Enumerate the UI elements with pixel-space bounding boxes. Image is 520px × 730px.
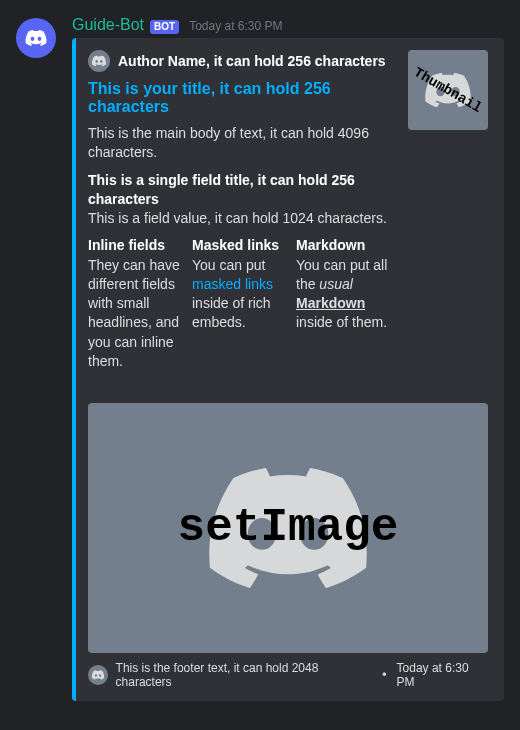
embed-footer: This is the footer text, it can hold 204… xyxy=(88,661,488,689)
inline-field: Markdown You can put all the usual Markd… xyxy=(296,236,392,371)
field-title: This is a single field title, it can hol… xyxy=(88,171,392,210)
author-icon xyxy=(88,50,110,72)
embed-description: This is the main body of text, it can ho… xyxy=(88,124,392,163)
message-timestamp: Today at 6:30 PM xyxy=(189,19,282,33)
field-value: You can put all the usual Markdown insid… xyxy=(296,256,392,333)
bot-avatar[interactable] xyxy=(16,18,56,58)
field-title: Markdown xyxy=(296,236,392,255)
embed-image[interactable]: setImage xyxy=(88,403,488,653)
bold-underline-text: Markdown xyxy=(296,295,365,311)
inline-fields-row: Inline fields They can have different fi… xyxy=(88,236,392,379)
discord-message: Guide-Bot BOT Today at 6:30 PM Author Na… xyxy=(16,16,504,701)
bot-tag: BOT xyxy=(150,20,179,34)
field-title: Inline fields xyxy=(88,236,184,255)
footer-timestamp: Today at 6:30 PM xyxy=(397,661,488,689)
inline-field: Masked links You can put masked links in… xyxy=(192,236,288,371)
username[interactable]: Guide-Bot xyxy=(72,16,144,34)
embed-title[interactable]: This is your title, it can hold 256 char… xyxy=(88,80,392,116)
embed-top-row: Author Name, it can hold 256 characters … xyxy=(88,50,488,387)
footer-icon xyxy=(88,665,108,685)
inline-field: Inline fields They can have different fi… xyxy=(88,236,184,371)
discord-logo-icon xyxy=(91,53,107,69)
embed-thumbnail[interactable]: Thumbnail xyxy=(408,50,488,130)
message-body: Guide-Bot BOT Today at 6:30 PM Author Na… xyxy=(72,16,504,701)
field-value: You can put masked links inside of rich … xyxy=(192,256,288,333)
italic-text: usual xyxy=(319,276,352,292)
message-header: Guide-Bot BOT Today at 6:30 PM xyxy=(72,16,504,34)
footer-text: This is the footer text, it can hold 204… xyxy=(116,661,373,689)
embed-author: Author Name, it can hold 256 characters xyxy=(88,50,392,72)
embed: Author Name, it can hold 256 characters … xyxy=(72,38,504,701)
author-name[interactable]: Author Name, it can hold 256 characters xyxy=(118,53,386,69)
embed-main: Author Name, it can hold 256 characters … xyxy=(88,50,392,387)
field-title: Masked links xyxy=(192,236,288,255)
embed-image-label: setImage xyxy=(178,502,399,554)
masked-link[interactable]: masked links xyxy=(192,276,273,292)
discord-logo-icon xyxy=(91,668,105,682)
field-value: This is a field value, it can hold 1024 … xyxy=(88,209,392,228)
embed-field: This is a single field title, it can hol… xyxy=(88,171,392,229)
footer-separator: • xyxy=(382,668,386,682)
field-value: They can have different fields with smal… xyxy=(88,256,184,372)
discord-logo-icon xyxy=(24,26,48,50)
